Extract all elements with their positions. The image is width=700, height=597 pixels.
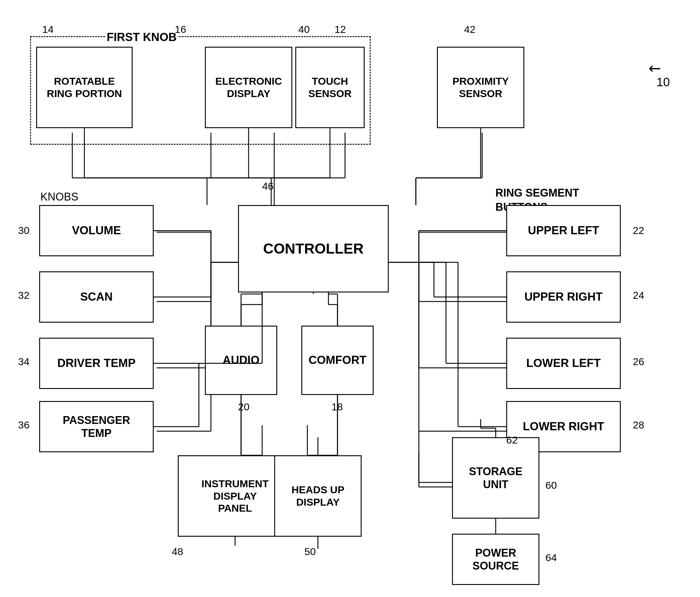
electronic-display-box: ELECTRONICDISPLAY [205,47,292,128]
passenger-temp-box: PASSENGERTEMP [39,401,154,452]
power-source-box: POWERSOURCE [452,534,540,585]
ref-24: 24 [633,289,644,301]
ref-62: 62 [506,434,518,446]
ref-14: 14 [42,24,54,35]
ref-16: 16 [175,24,186,35]
upper-left-box: UPPER LEFT [506,205,621,256]
audio-box: AUDIO [205,326,277,395]
diagram: FIRST KNOB 14 16 40 12 42 10 ↗ ROTATABLE… [0,0,700,597]
comfort-box: COMFORT [301,326,374,395]
ref-26: 26 [633,356,644,367]
first-knob-label: FIRST KNOB [105,30,178,44]
storage-unit-box: STORAGEUNIT [452,437,540,519]
ref-50: 50 [304,546,316,557]
ref-32: 32 [18,289,29,301]
scan-box: SCAN [39,271,154,323]
ref-42: 42 [464,24,475,35]
proximity-sensor-box: PROXIMITYSENSOR [437,47,524,128]
ref-36: 36 [18,419,29,431]
ref-48: 48 [172,546,183,557]
ref-22: 22 [633,224,644,236]
ref-20: 20 [238,401,250,413]
ref-28: 28 [633,419,644,431]
controller-box: CONTROLLER [238,205,389,292]
touch-sensor-box: TOUCHSENSOR [295,47,365,128]
knobs-label: KNOBS [39,190,79,204]
volume-box: VOLUME [39,205,154,256]
ref-12: 12 [334,24,346,35]
ref-34: 34 [18,356,29,367]
ref-10: 10 [657,75,670,89]
upper-right-box: UPPER RIGHT [506,271,621,323]
ref-64: 64 [545,552,557,564]
rotatable-ring-box: ROTATABLE RING PORTION [36,47,132,128]
lower-left-box: LOWER LEFT [506,338,621,389]
heads-up-display-box: HEADS UPDISPLAY [274,455,361,537]
ref-60: 60 [545,479,557,491]
driver-temp-box: DRIVER TEMP [39,338,154,389]
ref-40: 40 [298,24,310,35]
ref-30: 30 [18,224,29,236]
ref-18: 18 [331,401,343,413]
ref-46: 46 [262,180,274,192]
